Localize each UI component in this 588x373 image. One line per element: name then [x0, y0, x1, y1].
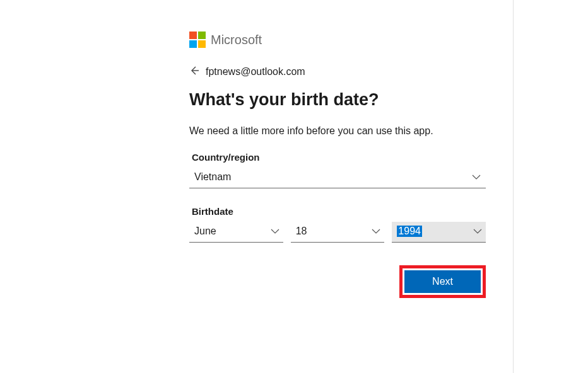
day-select[interactable]: 18	[291, 222, 385, 243]
page-subtitle: We need a little more info before you ca…	[189, 123, 486, 138]
chevron-down-icon	[372, 227, 380, 236]
birthdate-label: Birthdate	[189, 206, 486, 217]
highlight-box: Next	[399, 265, 486, 298]
signup-panel: Microsoft fptnews@outlook.com What's you…	[189, 32, 486, 298]
month-select[interactable]: June	[189, 222, 283, 243]
account-email: fptnews@outlook.com	[206, 66, 305, 77]
birthdate-row: June 18 1994	[189, 222, 486, 243]
next-button[interactable]: Next	[404, 270, 481, 293]
month-value: June	[194, 226, 216, 237]
brand-name: Microsoft	[211, 33, 262, 47]
brand-row: Microsoft	[189, 32, 486, 48]
vertical-divider	[513, 0, 514, 373]
microsoft-logo-icon	[189, 32, 206, 48]
country-label: Country/region	[189, 152, 486, 163]
chevron-down-icon	[473, 227, 482, 236]
chevron-down-icon	[271, 227, 279, 236]
chevron-down-icon	[472, 173, 481, 181]
button-row: Next	[189, 265, 486, 298]
account-email-row: fptnews@outlook.com	[189, 66, 486, 77]
day-value: 18	[296, 226, 307, 237]
year-value: 1994	[397, 226, 422, 237]
country-value: Vietnam	[194, 171, 231, 183]
year-select[interactable]: 1994	[392, 222, 486, 243]
page-title: What's your birth date?	[189, 90, 486, 110]
country-select[interactable]: Vietnam	[189, 168, 486, 188]
back-arrow-icon[interactable]	[189, 66, 199, 77]
